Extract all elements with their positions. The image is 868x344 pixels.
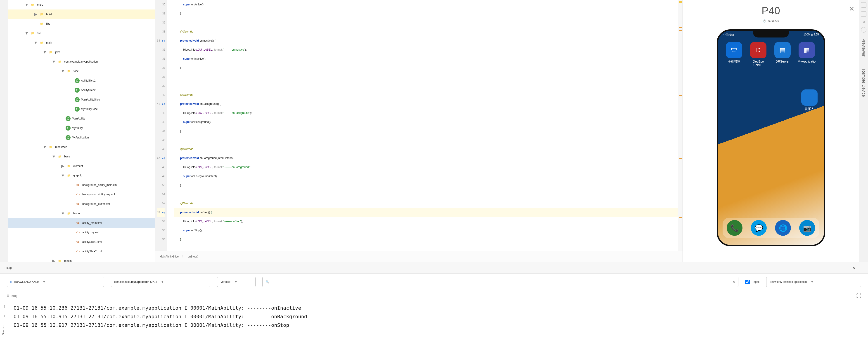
remote-device-tab-label[interactable]: Remote Device (861, 69, 866, 97)
breadcrumb-class[interactable]: MainAbilitySlice (160, 255, 179, 258)
log-output[interactable]: 01-09 16:55:10.236 27131-27131/com.examp… (9, 302, 868, 344)
breadcrumb[interactable]: MainAbilitySlice 〉 onStop() (155, 251, 683, 262)
tree-item-java[interactable]: ▼java (8, 47, 155, 57)
code-line[interactable]: protected void onForeground(Intent inten… (174, 153, 678, 163)
dock-app-icon[interactable]: 📷 (799, 220, 815, 236)
code-line[interactable]: @Override (174, 90, 678, 99)
code-line[interactable]: } (174, 9, 678, 18)
chevron-icon[interactable]: ▼ (42, 145, 48, 149)
chevron-icon[interactable]: ▼ (60, 69, 66, 74)
phone-app[interactable]: 👤联系人 (801, 90, 817, 111)
chevron-icon[interactable]: ▼ (51, 154, 57, 159)
dock-app-icon[interactable]: 💬 (751, 220, 767, 236)
override-gutter-icon[interactable]: ●↑ (162, 208, 165, 217)
tree-item-libs[interactable]: libs (8, 19, 155, 29)
code-line[interactable]: protected void onBackground() { (174, 99, 678, 108)
project-tree[interactable]: ▼entry▶buildlibs▼src▼main▼java▼com.examp… (8, 0, 155, 262)
code-line[interactable] (174, 81, 678, 90)
tree-item-base[interactable]: ▼base (8, 152, 155, 161)
phone-app[interactable]: DDevEco Servi... (749, 42, 767, 67)
override-gutter-icon[interactable]: ●↑ (162, 99, 165, 108)
tree-item-myability[interactable]: CMyAbility (8, 123, 155, 133)
tree-item-graphic[interactable]: ▼graphic (8, 171, 155, 180)
phone-app[interactable]: 🛡手机管家 (726, 42, 742, 67)
tree-item-mainabilityslice[interactable]: CMainAbilitySlice (8, 95, 155, 104)
toolstrip-icon-2[interactable] (861, 11, 866, 17)
tree-item-myabilityslice[interactable]: CMyAbilitySlice (8, 104, 155, 114)
chevron-icon[interactable]: ▼ (33, 40, 38, 45)
code-line[interactable]: HiLog.info(LOG_LABEL, format: "--------o… (174, 217, 678, 226)
code-line[interactable] (174, 136, 678, 144)
editor-code-area[interactable]: super.onActive(); } @Override protected … (167, 0, 678, 251)
tree-item-entry[interactable]: ▼entry (8, 0, 155, 9)
tree-item-ability-main-xml[interactable]: <>ability_main.xml (8, 218, 155, 228)
scroll-down-icon[interactable]: ↓ (3, 313, 6, 318)
code-line[interactable]: protected void onStop() { (174, 208, 678, 217)
regex-checkbox[interactable]: Regex (745, 280, 760, 284)
code-line[interactable]: super.onInactive(); (174, 54, 678, 63)
tree-item-media[interactable]: ▶media (8, 256, 155, 262)
tree-item-bg-button[interactable]: <>background_button.xml (8, 199, 155, 209)
code-line[interactable]: protected void onInactive() { (174, 36, 678, 45)
tree-item-bg-ability-main[interactable]: <>background_ability_main.xml (8, 180, 155, 190)
tree-item-src[interactable]: ▼src (8, 29, 155, 38)
code-line[interactable] (174, 190, 678, 199)
chevron-icon[interactable]: ▼ (24, 2, 29, 7)
tree-item-layout[interactable]: ▼layout (8, 209, 155, 218)
previewer-tab-label[interactable]: Previewer (861, 38, 866, 57)
phone-app[interactable]: ▦MyApplication (798, 42, 816, 67)
tree-item-myapplication[interactable]: CMyApplication (8, 133, 155, 142)
process-selector[interactable]: com.example.myapplication (2713 (111, 277, 210, 287)
toolstrip-icon-1[interactable] (861, 2, 866, 8)
code-line[interactable]: } (174, 63, 678, 72)
gear-icon[interactable]: ⚙ (853, 266, 856, 270)
override-gutter-icon[interactable]: ●↑ (162, 36, 165, 45)
filter-scope-selector[interactable]: Show only selected application (766, 277, 861, 287)
device-selector[interactable]: ▯ HUAWEI ANA-AN00 (7, 277, 104, 287)
override-gutter-icon[interactable]: ●↑ (162, 153, 165, 163)
previewer-close-icon[interactable]: ✕ (849, 5, 855, 13)
phone-preview[interactable]: 中国移动 100% ▮ 4:55 🛡手机管家DDevEco Servi...▤D… (717, 29, 825, 246)
code-line[interactable]: HiLog.info(LOG_LABEL, format: "--------o… (174, 163, 678, 172)
tree-item-bg-ability-my[interactable]: <>background_ability_my.xml (8, 190, 155, 199)
toolstrip-icon-3[interactable] (861, 27, 866, 33)
code-line[interactable] (174, 72, 678, 81)
clear-search-icon[interactable]: ✕ (733, 280, 735, 283)
code-line[interactable]: super.onBackground(); (174, 117, 678, 127)
tree-item-abilityslice2-xml[interactable]: <>abilitySlice2.xml (8, 247, 155, 256)
chevron-icon[interactable]: ▼ (42, 50, 48, 55)
code-line[interactable]: } (174, 127, 678, 136)
chevron-icon[interactable]: ▶ (33, 12, 38, 17)
tree-item-build[interactable]: ▶build (8, 9, 155, 19)
hilog-expand-icon[interactable]: ⛶ (856, 293, 861, 299)
chevron-icon[interactable]: ▼ (60, 173, 66, 178)
breadcrumb-method[interactable]: onStop() (188, 255, 198, 258)
tree-item-resources[interactable]: ▼resources (8, 142, 155, 152)
dock-app-icon[interactable]: 📞 (727, 220, 742, 236)
tree-item-ability-my-xml[interactable]: <>ability_my.xml (8, 228, 155, 237)
tree-item-main[interactable]: ▼main (8, 38, 155, 47)
code-line[interactable]: } (174, 181, 678, 190)
minimize-icon[interactable]: — (861, 266, 864, 270)
hilog-tab-label[interactable]: hilog (11, 294, 17, 298)
code-line[interactable]: @Override (174, 199, 678, 208)
phone-app[interactable]: ▤DRServer (774, 42, 790, 67)
log-level-selector[interactable]: Verbose (217, 277, 255, 287)
tree-item-element[interactable]: ▶element (8, 161, 155, 171)
editor-marker-strip[interactable] (678, 0, 683, 251)
regex-checkbox-input[interactable] (745, 280, 750, 284)
tree-item-mainability[interactable]: CMainAbility (8, 114, 155, 123)
code-line[interactable]: HiLog.info(LOG_LABEL, format: "--------o… (174, 45, 678, 54)
tree-item-abilityslice2[interactable]: CAbilitySlice2 (8, 85, 155, 95)
chevron-icon[interactable]: ▶ (51, 259, 57, 262)
structure-tab-label[interactable]: Structure (2, 325, 4, 335)
code-line[interactable] (174, 18, 678, 27)
code-line[interactable]: super.onActive(); (174, 0, 678, 9)
tree-item-slice[interactable]: ▼slice (8, 66, 155, 76)
code-line[interactable]: HiLog.info(LOG_LABEL, format: "--------o… (174, 108, 678, 117)
chevron-icon[interactable]: ▶ (60, 164, 66, 169)
chevron-icon[interactable]: ▼ (60, 211, 66, 216)
dock-app-icon[interactable]: 🌐 (775, 220, 791, 236)
chevron-icon[interactable]: ▼ (24, 31, 29, 36)
chevron-icon[interactable]: ▼ (51, 59, 57, 64)
